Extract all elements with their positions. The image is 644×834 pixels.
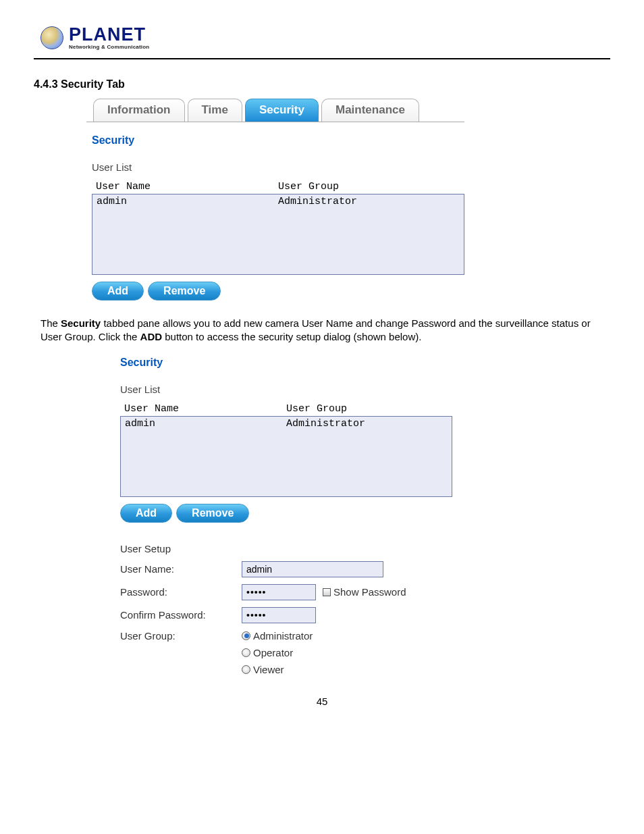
radio-icon <box>242 631 250 640</box>
tab-maintenance[interactable]: Maintenance <box>321 99 419 122</box>
radio-operator[interactable]: Operator <box>242 647 313 658</box>
logo-tagline: Networking & Communication <box>69 44 149 50</box>
radio-viewer[interactable]: Viewer <box>242 664 313 675</box>
page-header: PLANET Networking & Communication <box>34 20 610 59</box>
cell-user-group: Administrator <box>286 418 448 495</box>
user-list-label: User List <box>120 384 452 395</box>
radio-label: Administrator <box>253 630 313 642</box>
remove-button[interactable]: Remove <box>148 282 221 301</box>
col-user-name: User Name <box>96 181 278 192</box>
user-group-radios: Administrator Operator Viewer <box>242 630 313 675</box>
col-user-group: User Group <box>286 403 448 415</box>
show-password-label: Show Password <box>333 586 406 598</box>
tab-security[interactable]: Security <box>245 99 319 122</box>
confirm-password-label: Confirm Password: <box>120 609 242 621</box>
security-panel-1: Information Time Security Maintenance Se… <box>86 99 464 301</box>
radio-administrator[interactable]: Administrator <box>242 630 313 642</box>
cell-user-name: admin <box>125 418 286 495</box>
user-list-body[interactable]: admin Administrator <box>92 194 464 275</box>
logo-globe-icon <box>41 26 63 49</box>
user-list-body[interactable]: admin Administrator <box>120 416 452 497</box>
tabs-row: Information Time Security Maintenance <box>86 99 464 122</box>
tab-time[interactable]: Time <box>188 99 242 122</box>
remove-button[interactable]: Remove <box>176 504 249 523</box>
user-list-table: User Name User Group admin Administrator <box>92 180 464 275</box>
text: The <box>41 317 61 329</box>
user-group-label: User Group: <box>120 630 242 642</box>
confirm-password-input[interactable] <box>242 607 316 623</box>
text: button to access the security setup dial… <box>162 331 421 342</box>
buttons-row: Add Remove <box>92 282 464 301</box>
radio-icon <box>242 648 250 657</box>
radio-label: Viewer <box>253 664 284 675</box>
user-name-label: User Name: <box>120 563 242 575</box>
user-list-label: User List <box>92 161 464 173</box>
panel-title: Security <box>92 134 464 147</box>
buttons-row-2: Add Remove <box>120 504 452 523</box>
cell-user-name: admin <box>97 196 278 273</box>
password-input[interactable] <box>242 584 316 600</box>
checkbox-icon <box>323 588 331 596</box>
col-user-group: User Group <box>278 181 460 192</box>
security-panel-2: Security User List User Name User Group … <box>115 357 452 675</box>
logo-name: PLANET <box>69 26 149 44</box>
panel-title: Security <box>120 357 452 369</box>
description-paragraph: The Security tabbed pane allows you to a… <box>41 317 603 344</box>
password-label: Password: <box>120 586 242 598</box>
show-password-toggle[interactable]: Show Password <box>323 586 406 598</box>
cell-user-group: Administrator <box>278 196 460 273</box>
col-user-name: User Name <box>124 403 286 415</box>
add-button[interactable]: Add <box>92 282 144 301</box>
add-button[interactable]: Add <box>120 504 172 523</box>
logo-text: PLANET Networking & Communication <box>69 26 149 50</box>
user-list-header: User Name User Group <box>120 402 452 416</box>
section-heading: 4.4.3 Security Tab <box>34 78 610 90</box>
tab-information[interactable]: Information <box>93 99 185 122</box>
user-list-header: User Name User Group <box>92 180 464 194</box>
user-setup-heading: User Setup <box>120 543 242 554</box>
user-list-table-2: User Name User Group admin Administrator <box>120 402 452 497</box>
user-setup-form: User Setup User Name: Password: Show Pas… <box>120 543 452 675</box>
bold-security: Security <box>61 317 101 329</box>
radio-icon <box>242 665 250 674</box>
radio-label: Operator <box>253 647 293 658</box>
page-number: 45 <box>34 696 610 707</box>
bold-add: ADD <box>140 331 163 342</box>
user-name-input[interactable] <box>242 561 383 577</box>
